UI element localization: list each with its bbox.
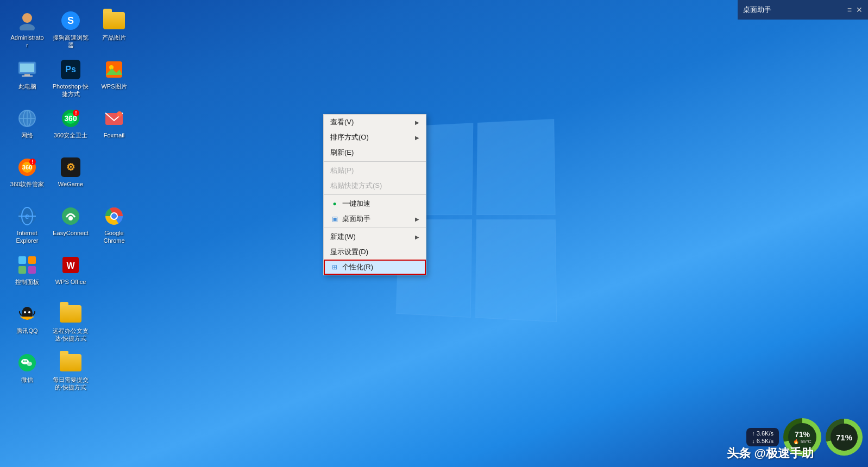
ctx-refresh-label: 刷新(E) (330, 148, 354, 157)
icon-foxmail[interactable]: Foxmail (92, 103, 136, 152)
ctx-view[interactable]: 查看(V) ▶ (324, 115, 426, 130)
icon-row-0: Administrator S 搜狗高速浏览器 产品图片 (5, 5, 136, 54)
chrome-label: GoogleChrome (103, 229, 124, 245)
daily-label: 每日需要提交的·快捷方式 (51, 376, 90, 392)
net-label: 网络 (21, 131, 33, 139)
svg-point-33 (68, 216, 73, 220)
ctx-sort[interactable]: 排序方式(O) ▶ (324, 130, 426, 145)
net-icon (16, 108, 38, 129)
icon-sougou[interactable]: S 搜狗高速浏览器 (49, 5, 92, 54)
desktop: 桌面助手 ≡ ✕ Administrator (0, 0, 868, 467)
ctx-sep2 (324, 194, 426, 195)
icon-easyconnect[interactable]: EasyConnect (49, 201, 92, 250)
icon-daily[interactable]: 每日需要提交的·快捷方式 (49, 348, 92, 396)
ie-label: InternetExplorer (16, 229, 39, 245)
svg-point-1 (20, 24, 35, 30)
tray-memory-temp: 🔥 55°C (793, 439, 812, 444)
watermark-text: 头条 @极速手助 (727, 446, 814, 460)
wegame-icon: ⚙ (60, 156, 81, 178)
close-icon[interactable]: ✕ (856, 5, 863, 14)
ctrl-panel-label: 控制面板 (15, 278, 39, 286)
ctx-new[interactable]: 新建(W) ▶ (324, 229, 426, 244)
this-pc-icon (16, 59, 38, 80)
chrome-icon (103, 205, 125, 227)
ctx-sort-arrow: ▶ (415, 135, 419, 141)
ctx-view-label: 查看(V) (330, 117, 354, 127)
svg-rect-39 (18, 266, 26, 274)
icon-this-pc[interactable]: 此电脑 (5, 54, 49, 103)
360-soft-icon: 360 ! (16, 156, 38, 178)
ie-icon: e (16, 205, 38, 227)
ctx-paste: 粘贴(P) (324, 163, 426, 178)
daily-icon (60, 352, 81, 374)
ctx-display[interactable]: 显示设置(D) (324, 244, 426, 260)
icon-row-6: 腾讯QQ 远程办公文支达·快捷方式 (5, 299, 136, 348)
wps-img-label: WPS图片 (101, 83, 127, 90)
ctx-personalize-label: 个性化(R) (342, 262, 373, 272)
svg-text:W: W (66, 261, 75, 270)
photoshop-label: Photoshop·快捷方式 (51, 83, 90, 98)
360-security-label: 360安全卫士 (54, 131, 87, 139)
360-security-icon: 360 ! (60, 108, 81, 129)
icon-wechat[interactable]: 微信 (5, 348, 49, 396)
ctx-sep3 (324, 228, 426, 228)
icon-administrator[interactable]: Administrator (5, 5, 49, 54)
ctx-desktop-helper[interactable]: ▣ 桌面助手 ▶ (324, 211, 426, 226)
tray-network-info: ↑ 3.6K/s ↓ 6.5K/s (746, 428, 779, 446)
svg-rect-7 (22, 75, 33, 77)
icon-remote[interactable]: 远程办公文支达·快捷方式 (49, 299, 92, 348)
svg-text:!: ! (75, 110, 77, 116)
tray-speed-down: ↓ 6.5K/s (752, 438, 773, 444)
tray-cpu-circle[interactable]: 71% (826, 419, 863, 456)
easyconnect-label: EasyConnect (53, 229, 88, 237)
icon-net[interactable]: 网络 (5, 103, 49, 152)
ctx-paste-shortcut: 粘贴快捷方式(S) (324, 178, 426, 193)
ctx-sep1 (324, 161, 426, 162)
ctx-paste-shortcut-label: 粘贴快捷方式(S) (330, 181, 382, 191)
icon-ctrl-panel[interactable]: 控制面板 (5, 250, 49, 299)
icon-row-1: 此电脑 Ps Photoshop·快捷方式 WPS图片 (5, 54, 136, 103)
sougou-label: 搜狗高速浏览器 (51, 34, 90, 49)
icon-360-security[interactable]: 360 ! 360安全卫士 (49, 103, 92, 152)
svg-point-49 (23, 361, 25, 362)
icon-wps-img[interactable]: WPS图片 (92, 54, 136, 103)
svg-point-50 (26, 361, 27, 362)
svg-text:!: ! (32, 159, 33, 165)
ctx-sort-label: 排序方式(O) (330, 132, 369, 142)
ctx-personalize[interactable]: ⊞ 个性化(R) (324, 260, 426, 275)
assistant-title: 桌面助手 (743, 5, 847, 15)
ctx-refresh[interactable]: 刷新(E) (324, 145, 426, 160)
svg-point-45 (28, 311, 30, 313)
svg-rect-6 (24, 74, 30, 75)
tray-memory-percent: 71% (795, 430, 810, 439)
icon-row-5: 控制面板 W WPS Office (5, 250, 136, 299)
icon-photoshop[interactable]: Ps Photoshop·快捷方式 (49, 54, 92, 103)
win-pane-tr (476, 119, 556, 215)
svg-point-36 (111, 213, 117, 219)
ctx-desktop-helper-label: 桌面助手 (342, 214, 370, 224)
icon-wps-office[interactable]: W WPS Office (49, 250, 92, 299)
icon-row-7: 微信 每日需要提交的·快捷方式 (5, 348, 136, 396)
ctx-speedup-label: 一键加速 (342, 199, 370, 209)
svg-point-0 (22, 13, 32, 23)
svg-point-44 (24, 311, 26, 313)
icon-ie[interactable]: e InternetExplorer (5, 201, 49, 250)
administrator-icon (16, 10, 38, 31)
icon-product-img[interactable]: 产品图片 (92, 5, 136, 54)
menu-icon[interactable]: ≡ (847, 5, 852, 14)
easyconnect-icon (60, 205, 81, 227)
icon-chrome[interactable]: GoogleChrome (92, 201, 136, 250)
wegame-label: WeGame (58, 180, 83, 188)
context-menu: 查看(V) ▶ 排序方式(O) ▶ 刷新(E) 粘贴(P) 粘贴快捷方式(S) … (323, 114, 426, 275)
icon-360-soft[interactable]: 360 ! 360软件管家 (5, 152, 49, 201)
tray-cpu-inner: 71% (831, 424, 858, 451)
svg-rect-37 (18, 256, 26, 264)
desktop-helper-icon: ▣ (330, 214, 339, 223)
ctx-speedup[interactable]: ● 一键加速 (324, 196, 426, 211)
ctrl-panel-icon (16, 254, 38, 276)
svg-text:S: S (67, 15, 74, 26)
product-img-label: 产品图片 (102, 34, 126, 41)
icon-qq[interactable]: 腾讯QQ (5, 299, 49, 348)
photoshop-icon: Ps (60, 59, 81, 80)
icon-wegame[interactable]: ⚙ WeGame (49, 152, 92, 201)
